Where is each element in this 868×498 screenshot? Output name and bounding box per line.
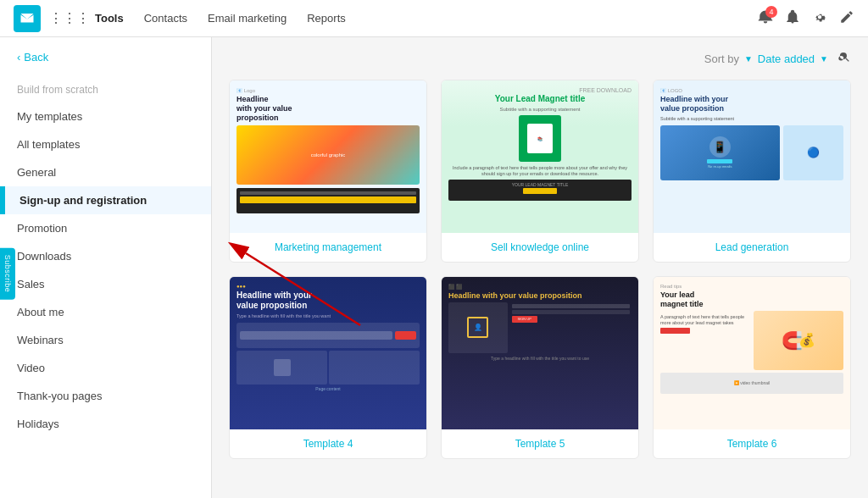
template-thumb-3: 📧 LOGO Headline with yourvalue propositi… (654, 80, 850, 233)
template-thumb-5: ⬛ ⬛ Headline with your value proposition… (442, 277, 638, 429)
sidebar: ‹ Back Build from scratch My templates A… (0, 37, 212, 498)
notification-icon[interactable]: 4 (758, 9, 773, 27)
sidebar-item-video[interactable]: Video (0, 354, 211, 382)
floating-subscribe-tab[interactable]: Subscribe (0, 248, 15, 300)
sidebar-item-holidays[interactable]: Holidays (0, 410, 211, 438)
sidebar-item-webinars[interactable]: Webinars (0, 326, 211, 354)
template-card-1[interactable]: 📧 Logo Headlinewith your valuepropositio… (229, 80, 427, 263)
sidebar-item-sales[interactable]: Sales (0, 270, 211, 298)
template-name-4: Template 4 (230, 429, 426, 458)
template-thumb-1: 📧 Logo Headlinewith your valuepropositio… (230, 80, 426, 233)
app-grid-icon[interactable]: ⋮⋮⋮ (49, 10, 90, 26)
template-thumb-2: FREE DOWNLOAD Your Lead Magnet title Sub… (442, 80, 638, 233)
template-name-5: Template 5 (442, 429, 638, 458)
template-card-5[interactable]: ⬛ ⬛ Headline with your value proposition… (441, 276, 639, 459)
nav-email-marketing[interactable]: Email marketing (208, 12, 287, 25)
back-chevron-icon: ‹ (17, 51, 20, 64)
template-card-2[interactable]: FREE DOWNLOAD Your Lead Magnet title Sub… (441, 80, 639, 263)
template-name-1: Marketing management (230, 233, 426, 262)
sidebar-item-thank-you-pages[interactable]: Thank-you pages (0, 382, 211, 410)
template-card-3[interactable]: 📧 LOGO Headline with yourvalue propositi… (653, 80, 851, 263)
app-logo[interactable] (14, 5, 41, 32)
nav-reports[interactable]: Reports (307, 12, 346, 25)
sort-label: Sort by (704, 53, 739, 65)
tools-label: Tools (95, 12, 124, 25)
template-card-6[interactable]: Read tips Your leadmagnet title A paragr… (653, 276, 851, 459)
content-area: Sort by ▼ Date added ▼ 📧 Logo Headlinewi… (212, 37, 868, 498)
template-name-2: Sell knowledge online (442, 233, 638, 262)
sidebar-item-promotion[interactable]: Promotion (0, 214, 211, 242)
search-button[interactable] (838, 51, 851, 66)
notification-badge: 4 (765, 6, 777, 18)
sort-icon: ▼ (744, 54, 753, 64)
sidebar-item-my-templates[interactable]: My templates (0, 102, 211, 130)
template-grid: 📧 Logo Headlinewith your valuepropositio… (229, 80, 851, 459)
settings-icon[interactable] (812, 9, 827, 28)
sidebar-item-general[interactable]: General (0, 158, 211, 186)
top-navigation: ⋮⋮⋮ Tools Contacts Email marketing Repor… (0, 0, 868, 37)
sort-control: Sort by ▼ Date added ▼ (704, 53, 828, 65)
back-button[interactable]: ‹ Back (0, 51, 211, 77)
sidebar-item-about-me[interactable]: About me (0, 298, 211, 326)
nav-contacts[interactable]: Contacts (144, 12, 187, 25)
template-thumb-4: ●●● Headline with yourvalue proposition … (230, 277, 426, 429)
sidebar-item-all-templates[interactable]: All templates (0, 130, 211, 158)
build-from-scratch-label[interactable]: Build from scratch (0, 77, 211, 102)
template-thumb-6: Read tips Your leadmagnet title A paragr… (654, 277, 850, 429)
topnav-right: 4 (758, 9, 854, 28)
template-name-3: Lead generation (654, 233, 850, 262)
sidebar-item-downloads[interactable]: Downloads (0, 242, 211, 270)
template-card-4[interactable]: ●●● Headline with yourvalue proposition … (229, 276, 427, 459)
template-name-6: Template 6 (654, 429, 850, 458)
edit-icon[interactable] (839, 9, 854, 28)
sort-value-button[interactable]: Date added (758, 53, 815, 65)
sidebar-item-signup-registration[interactable]: Sign-up and registration (0, 186, 211, 214)
content-header: Sort by ▼ Date added ▼ (229, 51, 851, 66)
sort-dropdown-icon[interactable]: ▼ (820, 54, 828, 64)
bell-icon[interactable] (785, 9, 800, 28)
top-nav-links: Contacts Email marketing Reports (144, 12, 346, 25)
main-layout: ‹ Back Build from scratch My templates A… (0, 37, 868, 498)
